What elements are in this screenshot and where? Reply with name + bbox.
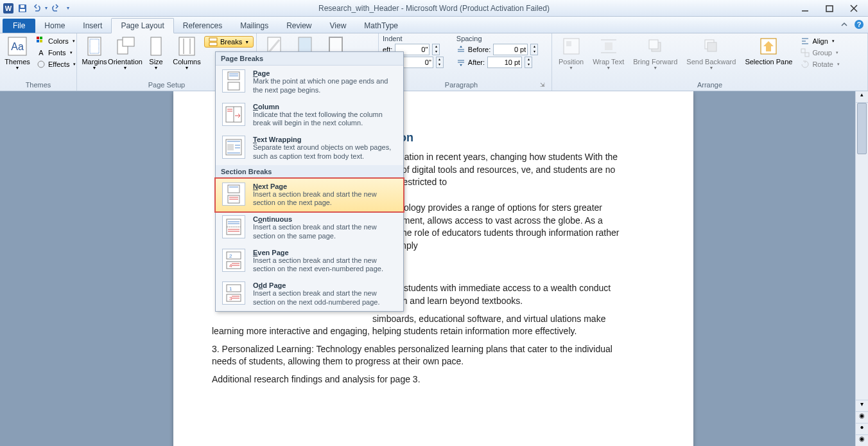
svg-point-18: [38, 61, 44, 67]
tab-file[interactable]: File: [3, 19, 35, 33]
ribbon-tabs: File Home Insert Page Layout References …: [0, 17, 868, 33]
orientation-button[interactable]: Orientation▼: [112, 35, 139, 71]
qat-customize-icon[interactable]: ▾: [67, 5, 69, 11]
tab-view[interactable]: View: [321, 19, 356, 33]
maximize-button[interactable]: [823, 2, 836, 15]
indent-left-spinner[interactable]: ▴▾: [432, 44, 440, 55]
scroll-track[interactable]: [857, 103, 867, 407]
doc-heading-2: ation: [372, 265, 623, 278]
svg-rect-39: [605, 42, 612, 50]
themes-button[interactable]: Aa Themes ▼: [4, 35, 31, 71]
group-paragraph-label: Paragraph: [383, 80, 540, 91]
tab-references[interactable]: References: [174, 19, 231, 33]
menu-item-even-page[interactable]: 24 Even PageInsert a section break and s…: [216, 245, 403, 278]
svg-rect-61: [227, 144, 234, 150]
size-button[interactable]: Size▼: [143, 35, 169, 71]
group-button[interactable]: Group▾: [799, 48, 841, 58]
align-button[interactable]: Align▾: [799, 36, 841, 46]
undo-icon[interactable]: [31, 3, 42, 14]
send-backward-button[interactable]: Send Backward▼: [684, 35, 738, 71]
svg-text:Aa: Aa: [11, 41, 24, 52]
word-icon: W: [3, 3, 14, 14]
menu-continuous-desc: Insert a section break and start the new…: [253, 223, 397, 241]
svg-rect-6: [826, 6, 833, 12]
spacing-before-input[interactable]: [493, 44, 528, 55]
tab-insert[interactable]: Insert: [74, 19, 111, 33]
breaks-button[interactable]: Breaks▼: [204, 36, 254, 48]
svg-text:1: 1: [229, 286, 232, 292]
svg-rect-38: [566, 41, 571, 46]
tab-review[interactable]: Review: [277, 19, 320, 33]
svg-rect-50: [801, 49, 805, 53]
tab-page-layout[interactable]: Page Layout: [111, 18, 173, 33]
window-title: Research_with_Header - Microsoft Word (P…: [318, 4, 550, 13]
svg-rect-15: [37, 40, 39, 42]
tab-mathtype[interactable]: MathType: [355, 19, 407, 33]
indent-header: Indent: [383, 35, 444, 42]
doc-para-2: s, technology provides a range of option…: [372, 202, 623, 252]
menu-item-page[interactable]: PageMark the point at which one page end…: [216, 66, 403, 99]
paragraph-dialog-launcher[interactable]: ⇲: [540, 82, 548, 89]
svg-rect-43: [649, 40, 658, 49]
page-break-icon: [222, 69, 245, 93]
spacing-before-icon: [456, 45, 465, 54]
menu-text-wrapping-desc: Separate text around objects on web page…: [253, 143, 397, 161]
theme-fonts-button[interactable]: AFonts▾: [35, 48, 78, 58]
ribbon: Aa Themes ▼ Colors▾ AFonts▾ Effects▾ The…: [0, 33, 868, 91]
chevron-down-icon: ▼: [15, 66, 20, 70]
menu-item-text-wrapping[interactable]: Text WrappingSeparate text around object…: [216, 132, 403, 165]
svg-rect-53: [228, 82, 239, 90]
rotate-button[interactable]: Rotate▾: [799, 59, 841, 69]
menu-item-next-page[interactable]: Next PageInsert a section break and star…: [214, 177, 404, 213]
minimize-ribbon-icon[interactable]: [840, 20, 849, 29]
menu-item-odd-page[interactable]: 13 Odd PageInsert a section break and st…: [216, 278, 403, 311]
tab-mailings[interactable]: Mailings: [231, 19, 277, 33]
section-breaks-header: Section Breaks: [216, 165, 403, 179]
tab-home[interactable]: Home: [35, 19, 74, 33]
minimize-button[interactable]: [799, 2, 812, 15]
spacing-after-spinner[interactable]: ▴▾: [525, 57, 532, 68]
menu-column-desc: Indicate that the text following the col…: [253, 111, 397, 129]
prev-page-button[interactable]: ◉: [856, 411, 868, 423]
svg-rect-14: [40, 37, 42, 39]
theme-colors-button[interactable]: Colors▾: [35, 36, 78, 46]
columns-button[interactable]: Columns▼: [173, 35, 200, 71]
browse-object-button[interactable]: ●: [856, 423, 868, 434]
redo-icon[interactable]: [50, 3, 62, 14]
spacing-after-input[interactable]: [487, 57, 522, 68]
selection-pane-button[interactable]: Selection Pane: [742, 35, 795, 67]
scroll-down-button[interactable]: ▾: [856, 400, 868, 411]
themes-label: Themes: [4, 58, 30, 66]
menu-item-column[interactable]: ColumnIndicate that the text following t…: [216, 99, 403, 132]
page-breaks-header: Page Breaks: [216, 52, 403, 66]
help-icon[interactable]: ?: [854, 19, 864, 30]
document-area: ucation ed education in recent years, ch…: [0, 91, 855, 446]
svg-rect-22: [123, 37, 134, 46]
doc-heading-1: ucation: [372, 130, 623, 146]
undo-dropdown-icon[interactable]: ▾: [45, 5, 48, 11]
breaks-dropdown-menu: Page Breaks PageMark the point at which …: [215, 51, 404, 312]
vertical-scrollbar[interactable]: ▴ ▾ ◉ ● ◉: [855, 91, 868, 446]
menu-item-continuous[interactable]: ContinuousInsert a section break and sta…: [216, 211, 403, 245]
margins-button[interactable]: Margins▼: [81, 35, 108, 71]
close-button[interactable]: [847, 2, 860, 15]
scroll-thumb[interactable]: [857, 103, 867, 154]
theme-effects-button[interactable]: Effects▾: [35, 59, 78, 69]
wrap-text-button[interactable]: Wrap Text▼: [590, 35, 627, 71]
group-arrange: Position▼ Wrap Text▼ Bring Forward▼ Send…: [552, 33, 868, 91]
bring-forward-button[interactable]: Bring Forward▼: [630, 35, 680, 71]
save-icon[interactable]: [17, 3, 28, 14]
position-button[interactable]: Position▼: [556, 35, 586, 71]
chevron-down-icon: ▼: [245, 40, 249, 44]
svg-rect-24: [179, 37, 195, 55]
spacing-before-spinner[interactable]: ▴▾: [530, 44, 538, 55]
indent-right-spinner[interactable]: ▴▾: [436, 57, 444, 68]
group-themes-label: Themes: [4, 80, 73, 91]
scroll-up-button[interactable]: ▴: [856, 91, 868, 103]
spacing-header: Spacing: [456, 35, 538, 42]
doc-para-6: Additional research findings and analysi…: [212, 373, 623, 386]
next-page-button[interactable]: ◉: [856, 434, 868, 446]
spacing-after-icon: [456, 58, 465, 67]
odd-page-icon: 13: [222, 281, 245, 305]
group-themes: Aa Themes ▼ Colors▾ AFonts▾ Effects▾ The…: [0, 33, 77, 91]
